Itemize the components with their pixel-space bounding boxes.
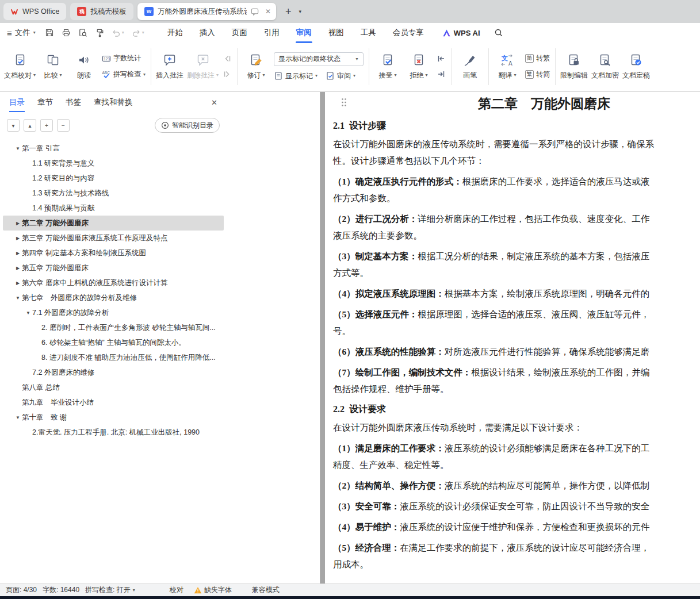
to-traditional-button[interactable]: 简 转繁 bbox=[525, 53, 550, 63]
toc-item[interactable]: ▶第六章 磨床中上料机的液压系统进行设计计算 bbox=[3, 275, 224, 290]
next-comment-button[interactable] bbox=[223, 70, 232, 79]
print-preview-icon[interactable] bbox=[78, 28, 87, 37]
restrict-editing-button[interactable]: 限制编辑 bbox=[559, 47, 590, 87]
doc-text-line[interactable]: （4）拟定液压系统原理图：根据基本方案，绘制液压系统原理图，明确各元件的 bbox=[333, 285, 700, 302]
menu-item-insert[interactable]: 插入 bbox=[200, 28, 215, 38]
redo-button[interactable]: ▾ bbox=[132, 28, 144, 37]
track-changes-button[interactable]: 修订▾ bbox=[240, 47, 271, 87]
doc-title[interactable]: 第二章 万能外圆磨床 bbox=[333, 94, 700, 114]
menu-item-view[interactable]: 视图 bbox=[328, 28, 344, 38]
new-tab-button[interactable]: + bbox=[280, 6, 297, 18]
expand-all-button[interactable]: ▴ bbox=[24, 119, 36, 132]
menu-item-page[interactable]: 页面 bbox=[232, 28, 247, 38]
compare-button[interactable]: 比较▾ bbox=[37, 47, 68, 87]
tab-toc[interactable]: 目录 bbox=[9, 97, 25, 107]
previous-change-button[interactable] bbox=[437, 54, 446, 63]
toc-item[interactable]: 7.2 外圆磨床的维修 bbox=[3, 365, 224, 380]
chevron-expanded-icon[interactable]: ▼ bbox=[24, 310, 32, 316]
doc-text-line[interactable]: 液压系统的主要参数。 bbox=[333, 227, 700, 244]
zoom-in-button[interactable]: + bbox=[40, 119, 53, 132]
zoom-out-button[interactable]: − bbox=[57, 119, 70, 132]
doc-text-line[interactable]: （2）结构简单、操作方便：液压系统的结构应尽可能简单，操作方便，以降低制 bbox=[333, 477, 700, 494]
reject-change-button[interactable]: 拒绝▾ bbox=[403, 47, 434, 87]
chevron-collapsed-icon[interactable]: ▶ bbox=[14, 221, 22, 226]
undo-button[interactable]: ▾ bbox=[112, 28, 124, 37]
doc-text-line[interactable]: 在设计万能外圆磨床的液压传动系统时，需要遵循一系列严格的设计步骤，确保系 bbox=[333, 136, 700, 152]
chevron-collapsed-icon[interactable]: ▶ bbox=[14, 236, 22, 241]
status-word-count[interactable]: 字数: 16440 bbox=[43, 585, 79, 595]
accept-change-button[interactable]: 接受▾ bbox=[372, 47, 403, 87]
doc-heading[interactable]: 2.2 设计要求 bbox=[333, 403, 700, 415]
to-simplified-button[interactable]: 繁 转简 bbox=[525, 70, 550, 79]
doc-text-line[interactable]: （7）绘制工作图，编制技术文件：根据设计结果，绘制液压系统的工作图，并编 bbox=[333, 364, 700, 381]
doc-text-line[interactable]: 号。 bbox=[333, 322, 700, 339]
status-missing-font[interactable]: 缺失字体 bbox=[194, 585, 232, 595]
toc-item[interactable]: 2.雷天觉. 压力工程手册. 北京: 机械工业出版社, 1990 bbox=[3, 425, 224, 440]
doc-proofread-button[interactable]: 文档校对▾ bbox=[2, 47, 37, 87]
doc-text-line[interactable]: （1）确定液压执行元件的形式：根据磨床的工作要求，选择适合的液压马达或液 bbox=[333, 173, 700, 190]
toc-item[interactable]: ▼第十章 致 谢 bbox=[3, 410, 224, 425]
close-tab-icon[interactable]: ✕ bbox=[265, 7, 271, 16]
doc-text-line[interactable]: （2）进行工况分析：详细分析磨床的工作过程，包括工作负载、速度变化、工作 bbox=[333, 210, 700, 227]
status-proofread[interactable]: 校对 bbox=[170, 585, 183, 595]
menu-item-membership[interactable]: 会员专享 bbox=[393, 28, 424, 38]
toc-item[interactable]: ▶第四章 制定基本方案和绘制液压系统图 bbox=[3, 245, 224, 260]
doc-text-line[interactable]: 性。设计步骤通常包括以下几个环节： bbox=[333, 152, 700, 169]
toc-item[interactable]: 8. 进刀刻度不准 辅助压力油油压低，使闸缸作用降低... bbox=[3, 350, 224, 365]
chevron-expanded-icon[interactable]: ▼ bbox=[14, 295, 22, 301]
doc-text-line[interactable]: （3）制定基本方案：根据工况分析的结果，制定液压系统的基本方案，包括液压 bbox=[333, 248, 700, 264]
toc-item[interactable]: ▼第一章 引言 bbox=[3, 141, 224, 156]
previous-comment-button[interactable] bbox=[223, 54, 232, 63]
toc-item[interactable]: ▼7.1 外圆磨床的故障分析 bbox=[3, 305, 224, 320]
markup-state-select[interactable]: 显示标记的最终状态 ▼ bbox=[274, 52, 364, 66]
doc-heading[interactable]: 2.1 设计步骤 bbox=[333, 120, 700, 132]
word-count-button[interactable]: 123 字数统计 bbox=[102, 53, 146, 63]
tab-find-replace[interactable]: 查找和替换 bbox=[94, 97, 133, 107]
save-icon[interactable] bbox=[45, 28, 54, 37]
print-icon[interactable] bbox=[62, 28, 71, 37]
file-menu-button[interactable]: ≡ 文件 ▾ bbox=[7, 28, 36, 38]
status-compat-mode[interactable]: 兼容模式 bbox=[252, 585, 280, 595]
spell-check-button[interactable]: ABC 拼写检查 ▾ bbox=[102, 70, 146, 79]
doc-text-line[interactable]: （5）选择液压元件：根据原理图，选择合适的液压泵、液压阀、液压缸等元件， bbox=[333, 306, 700, 322]
translate-button[interactable]: 文A 翻译▾ bbox=[492, 47, 523, 87]
tab-chapters[interactable]: 章节 bbox=[37, 97, 53, 107]
smart-toc-button[interactable]: 智能识别目录 bbox=[155, 118, 220, 133]
doc-text-line[interactable]: （1）满足磨床的工作要求：液压系统的设计必须能够满足磨床在各种工况下的工 bbox=[333, 440, 700, 456]
chevron-collapsed-icon[interactable]: ▶ bbox=[14, 266, 22, 271]
doc-text-line[interactable]: 作方式和参数。 bbox=[333, 190, 700, 206]
doc-text-line[interactable]: 精度、生产效率、稳定性等。 bbox=[333, 456, 700, 473]
search-icon[interactable] bbox=[494, 28, 503, 37]
close-pane-icon[interactable]: ✕ bbox=[211, 98, 217, 107]
doc-text-line[interactable]: （3）安全可靠：液压系统的设计必须保证安全可靠，防止因设计不当导致的安全 bbox=[333, 498, 700, 514]
toc-item[interactable]: 1.1 研究背景与意义 bbox=[3, 156, 224, 171]
toc-item[interactable]: 第八章 总结 bbox=[3, 380, 224, 395]
encrypt-document-button[interactable]: 文档加密 bbox=[590, 47, 621, 87]
doc-text-line[interactable]: （5）经济合理：在满足工作要求的前提下，液压系统的设计应尽可能经济合理， bbox=[333, 539, 700, 556]
wps-ai-button[interactable]: WPS AI bbox=[442, 29, 480, 37]
doc-text-line[interactable]: 包括操作规程、维护手册等。 bbox=[333, 381, 700, 397]
finalize-document-button[interactable]: 文档定稿 bbox=[621, 47, 652, 87]
menu-item-review[interactable]: 审阅 bbox=[296, 28, 312, 38]
chevron-collapsed-icon[interactable]: ▶ bbox=[14, 281, 22, 286]
toc-item[interactable]: 1.3 研究方法与技术路线 bbox=[3, 186, 224, 201]
toc-item[interactable]: 1.4 预期成果与贡献 bbox=[3, 201, 224, 216]
toc-item[interactable]: ▶第二章 万能外圆磨床 bbox=[3, 216, 224, 231]
chevron-expanded-icon[interactable]: ▼ bbox=[14, 415, 22, 420]
doc-text-line[interactable]: （4）易于维护：液压系统的设计应便于维护和保养，方便检查和更换损坏的元件 bbox=[333, 519, 700, 535]
status-spellcheck[interactable]: 拼写检查: 打开 ▾ bbox=[85, 585, 135, 595]
next-change-button[interactable] bbox=[437, 70, 446, 79]
pen-button[interactable]: 画笔 bbox=[454, 47, 485, 87]
delete-comment-button[interactable]: 删除批注▾ bbox=[185, 47, 220, 87]
doc-text-line[interactable]: 用成本。 bbox=[333, 556, 700, 573]
insert-comment-button[interactable]: 插入批注 bbox=[154, 47, 185, 87]
tab-document[interactable]: W 万能外圆磨床液压传动系统设... ✕ bbox=[137, 3, 276, 20]
toc-item[interactable]: ▼第七章 外圆磨床的故障分析及维修 bbox=[3, 290, 224, 305]
toc-item[interactable]: 第九章 毕业设计小结 bbox=[3, 395, 224, 410]
menu-item-reference[interactable]: 引用 bbox=[264, 28, 280, 38]
menu-item-tools[interactable]: 工具 bbox=[361, 28, 376, 38]
tab-template-site[interactable]: 稿 找稿壳模板 bbox=[70, 3, 133, 20]
toc-item[interactable]: 2. 磨削时，工件表面产生多角形波 砂轮主轴与轴瓦间... bbox=[3, 320, 224, 335]
show-markup-button[interactable]: 显示标记 ▾ bbox=[274, 71, 318, 81]
menu-item-home[interactable]: 开始 bbox=[167, 28, 183, 38]
